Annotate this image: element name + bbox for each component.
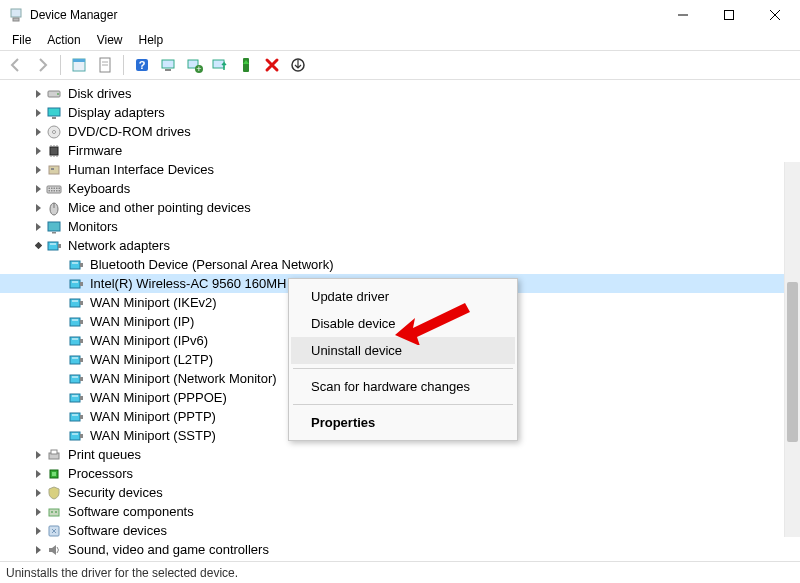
tree-category[interactable]: Monitors <box>0 217 800 236</box>
expander-icon[interactable] <box>30 447 46 463</box>
svg-rect-13 <box>162 60 174 68</box>
minimize-button[interactable] <box>660 0 706 30</box>
status-text: Uninstalls the driver for the selected d… <box>6 566 238 580</box>
screen-plus-icon: + <box>185 56 203 74</box>
expander-icon <box>52 390 68 406</box>
toolbar-help-button[interactable]: ? <box>130 53 154 77</box>
svg-rect-54 <box>70 261 80 269</box>
tree-item-label: Software components <box>66 504 196 519</box>
svg-rect-79 <box>80 415 83 419</box>
expander-icon <box>52 371 68 387</box>
context-menu-item[interactable]: Disable device <box>291 310 515 337</box>
toolbar-uninstall-device-button[interactable] <box>260 53 284 77</box>
nic-icon <box>68 333 84 349</box>
scrollbar-thumb[interactable] <box>787 282 798 442</box>
arrow-left-icon <box>7 56 25 74</box>
svg-rect-60 <box>70 299 80 307</box>
tree-category[interactable]: Firmware <box>0 141 800 160</box>
tree-category[interactable]: DVD/CD-ROM drives <box>0 122 800 141</box>
expander-icon[interactable] <box>30 504 46 520</box>
chip-icon <box>46 143 62 159</box>
menu-help[interactable]: Help <box>131 31 172 49</box>
expander-icon[interactable] <box>30 181 46 197</box>
tree-category[interactable]: Print queues <box>0 445 800 464</box>
context-menu-item[interactable]: Update driver <box>291 283 515 310</box>
tree-category[interactable]: Security devices <box>0 483 800 502</box>
tree-item-label: Intel(R) Wireless-AC 9560 160MHz <box>88 276 286 291</box>
toolbar-show-hidden-button[interactable] <box>67 53 91 77</box>
expander-icon[interactable] <box>30 238 46 254</box>
toolbar-add-legacy-button[interactable]: + <box>182 53 206 77</box>
expander-icon[interactable] <box>30 105 46 121</box>
red-x-icon <box>263 56 281 74</box>
svg-rect-82 <box>80 434 83 438</box>
titlebar: Device Manager <box>0 0 800 30</box>
tree-category[interactable]: Sound, video and game controllers <box>0 540 800 559</box>
svg-rect-81 <box>70 432 80 440</box>
close-button[interactable] <box>752 0 798 30</box>
tree-item-label: Display adapters <box>66 105 167 120</box>
svg-point-26 <box>53 130 56 133</box>
tree-category[interactable]: Software components <box>0 502 800 521</box>
expander-icon[interactable] <box>30 162 46 178</box>
expander-icon <box>52 352 68 368</box>
context-menu-item[interactable]: Uninstall device <box>291 337 515 364</box>
svg-rect-85 <box>51 450 57 454</box>
expander-icon[interactable] <box>30 124 46 140</box>
tree-category[interactable]: Disk drives <box>0 84 800 103</box>
app-icon <box>8 7 24 23</box>
toolbar-devices-printers-button[interactable] <box>156 53 180 77</box>
tree-item-label: Print queues <box>66 447 143 462</box>
expander-icon[interactable] <box>30 466 46 482</box>
toolbar-properties-sheet-button[interactable] <box>93 53 117 77</box>
tree-category[interactable]: Software devices <box>0 521 800 540</box>
screen-up-icon <box>211 56 229 74</box>
tree-category[interactable]: Display adapters <box>0 103 800 122</box>
menu-view[interactable]: View <box>89 31 131 49</box>
help-icon: ? <box>133 56 151 74</box>
tree-item-label: Bluetooth Device (Personal Area Network) <box>88 257 336 272</box>
context-menu-item[interactable]: Properties <box>291 409 515 436</box>
svg-rect-66 <box>70 337 80 345</box>
vertical-scrollbar[interactable] <box>784 162 800 537</box>
tree-category[interactable]: Network adapters <box>0 236 800 255</box>
sound-icon <box>46 542 62 558</box>
toolbar-forward-button <box>30 53 54 77</box>
svg-rect-35 <box>51 168 54 170</box>
context-menu-separator <box>293 368 513 369</box>
tree-category[interactable]: Keyboards <box>0 179 800 198</box>
menubar: FileActionViewHelp <box>0 30 800 50</box>
expander-icon[interactable] <box>30 542 46 558</box>
expander-icon[interactable] <box>30 219 46 235</box>
tree-category[interactable]: Human Interface Devices <box>0 160 800 179</box>
toolbar-enable-device-button[interactable] <box>234 53 258 77</box>
svg-rect-64 <box>80 320 83 324</box>
tree-item-label: WAN Miniport (IPv6) <box>88 333 210 348</box>
expander-icon[interactable] <box>30 200 46 216</box>
menu-file[interactable]: File <box>4 31 39 49</box>
tree-category[interactable]: Mice and other pointing devices <box>0 198 800 217</box>
tree-device-item[interactable]: Bluetooth Device (Personal Area Network) <box>0 255 800 274</box>
menu-action[interactable]: Action <box>39 31 88 49</box>
svg-rect-43 <box>51 190 53 192</box>
display-icon <box>46 105 62 121</box>
expander-icon[interactable] <box>30 86 46 102</box>
expander-icon[interactable] <box>30 523 46 539</box>
mouse-icon <box>46 200 62 216</box>
nic-icon <box>68 371 84 387</box>
expander-icon[interactable] <box>30 143 46 159</box>
expander-icon <box>52 333 68 349</box>
svg-rect-63 <box>70 318 80 326</box>
svg-rect-1 <box>13 18 19 21</box>
svg-rect-76 <box>80 396 83 400</box>
toolbar-scan-hardware-button[interactable] <box>286 53 310 77</box>
tree-item-label: WAN Miniport (Network Monitor) <box>88 371 279 386</box>
tree-category[interactable]: Processors <box>0 464 800 483</box>
tree-item-label: Mice and other pointing devices <box>66 200 253 215</box>
expander-icon[interactable] <box>30 485 46 501</box>
toolbar-update-driver-button[interactable] <box>208 53 232 77</box>
maximize-button[interactable] <box>706 0 752 30</box>
tree-item-label: Processors <box>66 466 135 481</box>
nic-icon <box>68 295 84 311</box>
context-menu-item[interactable]: Scan for hardware changes <box>291 373 515 400</box>
